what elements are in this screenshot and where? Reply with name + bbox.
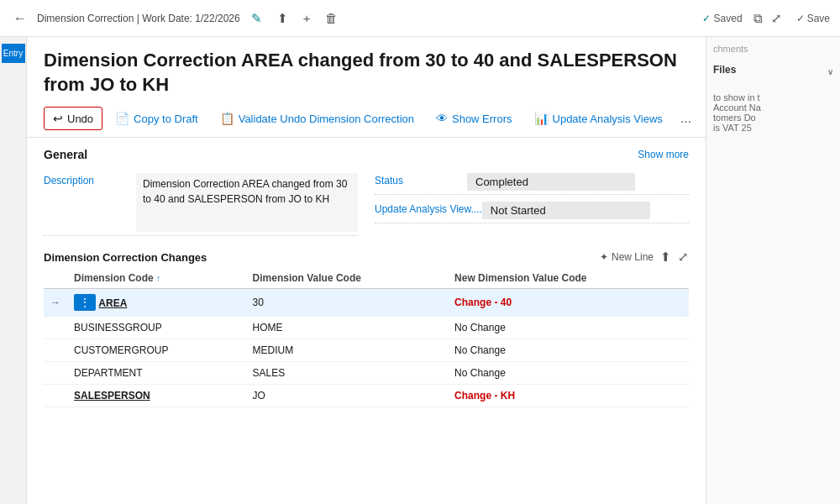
copy-to-draft-button[interactable]: 📄 Copy to Draft [106, 107, 207, 130]
show-errors-button[interactable]: 👁 Show Errors [427, 107, 522, 130]
delete-button[interactable]: 🗑 [321, 8, 342, 28]
left-sidebar: Entry [0, 37, 27, 504]
table-header-row: Dimension Code ↑ Dimension Value Code Ne… [44, 268, 689, 289]
col-new-dimension-header[interactable]: New Dimension Value Code [448, 268, 689, 289]
table-header-bar: Dimension Correction Changes ✦ New Line … [44, 249, 689, 265]
description-row: Description Dimension Correction AREA ch… [44, 170, 358, 236]
analysis-label: Update Analysis View.... [375, 202, 482, 215]
form-grid: Description Dimension Correction AREA ch… [44, 170, 689, 236]
right-check-icon: ✓ [796, 13, 805, 24]
col-dimension-code-header[interactable]: Dimension Code ↑ [67, 268, 246, 289]
share-button[interactable]: ⬆ [273, 8, 292, 29]
dimension-value-cell: JO [246, 385, 449, 407]
right-text-2: Account Na [713, 102, 833, 113]
analysis-value: Not Started [482, 202, 650, 219]
table-row[interactable]: SALESPERSONJOChange - KH [44, 385, 689, 407]
new-dimension-value-cell: Change - KH [448, 385, 689, 407]
top-bar: ← Dimension Correction | Work Date: 1/22… [0, 0, 840, 37]
toolbar: ↩ Undo 📄 Copy to Draft 📋 Validate Undo D… [27, 103, 706, 138]
table-title: Dimension Correction Changes [44, 251, 207, 264]
page-title: Dimension Correction AREA changed from 3… [44, 49, 689, 97]
table-export-button[interactable]: ⬆ [660, 249, 671, 265]
saved-status: ✓ Saved [702, 13, 743, 24]
new-dimension-value-cell: No Change [448, 339, 689, 362]
table-row[interactable]: →⋮ AREA30Change - 40 [44, 289, 689, 317]
table-body: →⋮ AREA30Change - 40BUSINESSGROUPHOMENo … [44, 289, 689, 407]
row-arrow-cell: → [44, 289, 67, 317]
undo-button[interactable]: ↩ Undo [44, 107, 102, 130]
top-bar-title: Dimension Correction | Work Date: 1/22/2… [37, 13, 240, 24]
files-title: Files [713, 64, 736, 76]
table-row[interactable]: CUSTOMERGROUPMEDIUMNo Change [44, 339, 689, 362]
col-arrow-header [44, 268, 67, 289]
back-button[interactable]: ← [10, 8, 30, 29]
update-analysis-button[interactable]: 📊 Update Analysis Views [525, 107, 672, 130]
edit-button[interactable]: ✎ [247, 8, 266, 29]
right-text-1: to show in t [713, 92, 833, 102]
files-section: Files ∨ [713, 64, 833, 82]
copy-doc-icon: 📄 [115, 112, 129, 125]
maximize-button[interactable]: ⤢ [767, 8, 786, 29]
dimension-value-cell: SALES [246, 362, 449, 385]
main-content: Dimension Correction AREA changed from 3… [27, 37, 706, 504]
status-label: Status [375, 173, 467, 186]
plus-icon: + [303, 11, 311, 25]
new-line-button[interactable]: ✦ New Line [600, 251, 654, 263]
right-save-status: ✓ Save [796, 13, 830, 24]
restore-window-button[interactable]: ⧉ [749, 8, 767, 29]
doc-header: Dimension Correction AREA changed from 3… [27, 37, 706, 103]
sidebar-item-entry[interactable]: Entry [2, 44, 25, 63]
show-more-link[interactable]: Show more [638, 149, 689, 160]
dimension-code-cell: CUSTOMERGROUP [67, 339, 246, 362]
row-arrow-cell [44, 317, 67, 339]
right-text-3: tomers Do [713, 113, 833, 123]
row-arrow-cell [44, 362, 67, 385]
table-fullscreen-button[interactable]: ⤢ [678, 249, 689, 265]
back-icon: ← [13, 11, 27, 26]
table-row[interactable]: DEPARTMENTSALESNo Change [44, 362, 689, 385]
dimension-code-cell: BUSINESSGROUP [67, 317, 246, 339]
table-fullscreen-icon: ⤢ [678, 249, 689, 264]
more-icon: ... [680, 111, 691, 125]
sort-arrow-icon: ↑ [156, 274, 160, 283]
dimension-changes-table: Dimension Code ↑ Dimension Value Code Ne… [44, 268, 689, 407]
section-header: General Show more [44, 148, 689, 161]
status-badge: Completed [467, 173, 635, 191]
attachments-label: chments [713, 44, 748, 54]
row-arrow-cell [44, 385, 67, 407]
right-text-4: is VAT 25 [713, 123, 833, 133]
add-button[interactable]: + [299, 8, 315, 28]
check-icon: ✓ [702, 13, 711, 24]
top-bar-icons: ✎ ⬆ + 🗑 [247, 8, 343, 29]
top-bar-left: ← Dimension Correction | Work Date: 1/22… [10, 8, 702, 29]
new-dimension-value-cell: No Change [448, 362, 689, 385]
table-row[interactable]: BUSINESSGROUPHOMENo Change [44, 317, 689, 339]
dimension-code-cell: DEPARTMENT [67, 362, 246, 385]
dimension-value-cell: MEDIUM [246, 339, 449, 362]
right-panel: chments Files ∨ to show in t Account Na … [706, 37, 840, 504]
files-header: Files ∨ [713, 64, 833, 79]
trash-icon: 🗑 [325, 11, 338, 25]
more-button[interactable]: ... [675, 108, 696, 129]
status-analysis-col: Status Completed Update Analysis View...… [375, 170, 689, 236]
table-section: Dimension Correction Changes ✦ New Line … [27, 243, 706, 504]
description-label: Description [44, 173, 136, 186]
description-value: Dimension Correction AREA changed from 3… [136, 173, 358, 232]
status-row: Status Completed [375, 170, 689, 195]
share-icon: ⬆ [277, 11, 288, 26]
maximize-icon: ⤢ [771, 11, 782, 26]
new-dimension-value-cell: No Change [448, 317, 689, 339]
dimension-value-cell: 30 [246, 289, 449, 317]
undo-icon: ↩ [53, 112, 63, 125]
chevron-down-icon[interactable]: ∨ [827, 67, 833, 76]
new-line-icon: ✦ [600, 251, 608, 263]
new-dimension-value-cell: Change - 40 [448, 289, 689, 317]
validate-icon: 📋 [220, 112, 234, 125]
dimension-code-cell: SALESPERSON [67, 385, 246, 407]
edit-icon: ✎ [251, 11, 262, 26]
col-dimension-value-header[interactable]: Dimension Value Code [246, 268, 449, 289]
row-context-button[interactable]: ⋮ [74, 294, 96, 311]
validate-button[interactable]: 📋 Validate Undo Dimension Correction [211, 107, 423, 130]
sidebar-entry-label: Entry [3, 49, 23, 58]
table-export-icon: ⬆ [660, 249, 671, 264]
